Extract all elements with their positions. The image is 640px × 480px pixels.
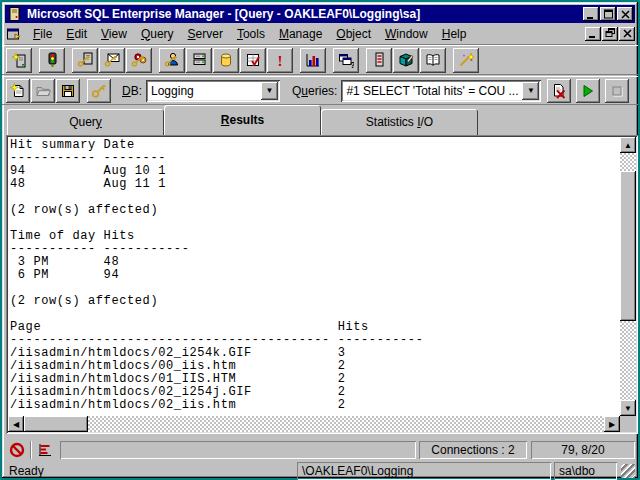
chevron-down-icon[interactable]: ▼	[261, 82, 278, 100]
query-window-icon[interactable]	[6, 26, 24, 42]
scroll-up-icon[interactable]: ▲	[620, 137, 636, 153]
status-bar: Ready \OAKLEAF0\Logging sa\dbo	[5, 462, 635, 479]
books-online-button[interactable]	[420, 48, 446, 73]
query-check-icon	[245, 52, 261, 68]
svg-text:!: !	[278, 53, 283, 69]
results-vscrollbar[interactable]: ▲ ▼	[620, 137, 636, 416]
tab-query[interactable]: Query	[7, 109, 164, 135]
divider	[30, 441, 32, 459]
app-icon	[7, 6, 23, 22]
person-key-icon	[164, 52, 180, 68]
book-open-icon	[425, 52, 441, 68]
sql-mail-button[interactable]	[99, 48, 125, 73]
svg-text:?: ?	[350, 60, 354, 69]
menu-query[interactable]: Query	[134, 25, 181, 43]
menu-object[interactable]: Object	[329, 25, 378, 43]
server-options-button[interactable]	[126, 48, 152, 73]
cancel-query-button[interactable]	[605, 79, 629, 103]
main-toolbar: !?	[2, 45, 638, 75]
book-pen-icon	[398, 52, 414, 68]
db-label: DB:	[122, 84, 142, 98]
database-devices-button[interactable]	[186, 48, 212, 73]
connections-panel: Connections : 2	[419, 441, 527, 459]
remove-query-button[interactable]	[547, 79, 571, 103]
manage-logins-button[interactable]	[159, 48, 185, 73]
performance-monitor-button[interactable]	[300, 48, 326, 73]
play-icon	[580, 83, 596, 99]
new-page-icon	[10, 83, 26, 99]
open-query-button[interactable]	[31, 79, 55, 103]
menu-manage[interactable]: Manage	[272, 25, 329, 43]
mail-key-icon	[104, 52, 120, 68]
open-folder-icon	[35, 83, 51, 99]
title-bar[interactable]: Microsoft SQL Enterprise Manager - [Quer…	[5, 5, 635, 23]
service-manager-button[interactable]	[39, 48, 65, 73]
queries-combobox-value: #1 SELECT 'Total hits' = COU ...	[341, 84, 522, 98]
scrollbar-corner	[620, 416, 636, 432]
hscroll-thumb[interactable]	[24, 416, 88, 432]
query-tool-button[interactable]	[240, 48, 266, 73]
key-icon	[91, 83, 107, 99]
desktop: { "window": { "title": "Microsoft SQL En…	[0, 0, 640, 480]
traffic-light-icon	[44, 52, 60, 68]
scroll-down-icon[interactable]: ▼	[620, 400, 636, 416]
mdi-close-button[interactable]	[619, 27, 635, 41]
execute-query-button[interactable]	[576, 79, 600, 103]
new-query-button[interactable]	[6, 79, 30, 103]
tab-label: Statistics I/O	[366, 115, 433, 129]
write-docs-button[interactable]	[393, 48, 419, 73]
gears-key-icon	[131, 52, 147, 68]
help-button[interactable]: ?	[333, 48, 359, 73]
alerts-button[interactable]: !	[267, 48, 293, 73]
server-key-icon	[77, 52, 93, 68]
tab-results[interactable]: Results	[164, 105, 321, 135]
cancel-indicator-icon	[5, 440, 29, 460]
status-ready-text: Ready	[5, 464, 297, 478]
save-query-button[interactable]	[56, 79, 80, 103]
queries-label: Queries:	[292, 84, 337, 98]
tab-statistics-i-o[interactable]: Statistics I/O	[321, 109, 478, 135]
query-toolbar: DB: Logging ▼ Queries: #1 SELECT 'Total …	[2, 76, 638, 105]
tab-strip: QueryResultsStatistics I/O	[4, 105, 636, 135]
server-database-panel: \OAKLEAF0\Logging	[297, 462, 551, 480]
queries-combobox[interactable]: #1 SELECT 'Total hits' = COU ... ▼	[341, 80, 541, 102]
chevron-down-icon[interactable]: ▼	[522, 82, 539, 100]
close-button[interactable]	[617, 7, 633, 21]
menu-help[interactable]: Help	[435, 25, 474, 43]
mdi-minimize-button[interactable]	[585, 27, 601, 41]
minimize-button[interactable]	[583, 7, 599, 21]
mdi-restore-button[interactable]	[602, 27, 618, 41]
menu-tools[interactable]: Tools	[230, 25, 272, 43]
cursor-position-panel: 79, 8/20	[531, 441, 635, 459]
tab-label: Query	[69, 115, 102, 129]
db-combobox[interactable]: Logging ▼	[146, 80, 280, 102]
db-combobox-value: Logging	[146, 84, 261, 98]
vscroll-thumb[interactable]	[620, 171, 636, 321]
database-icon	[218, 52, 234, 68]
scroll-right-icon[interactable]: ▶	[604, 416, 620, 432]
results-output[interactable]: Hit summary Date ----------- -------- 94…	[10, 139, 618, 414]
maximize-button[interactable]	[600, 7, 616, 21]
server-new-icon	[11, 52, 27, 68]
menu-file[interactable]: File	[26, 25, 59, 43]
save-icon	[60, 83, 76, 99]
stop-icon	[609, 83, 625, 99]
databases-button[interactable]	[213, 48, 239, 73]
resize-grip[interactable]	[621, 464, 635, 478]
query-options-button[interactable]	[87, 79, 111, 103]
status-message-panel	[60, 441, 416, 459]
server-manager-button[interactable]	[366, 48, 392, 73]
menu-window[interactable]: Window	[378, 25, 435, 43]
wizard-button[interactable]	[453, 48, 479, 73]
menu-view[interactable]: View	[94, 25, 134, 43]
menu-edit[interactable]: Edit	[59, 25, 94, 43]
remove-query-icon	[551, 83, 567, 99]
scroll-left-icon[interactable]: ◀	[8, 416, 24, 432]
remote-servers-button[interactable]	[72, 48, 98, 73]
results-hscrollbar[interactable]: ◀ ▶	[8, 416, 620, 432]
tab-label: Results	[221, 113, 264, 127]
menu-items: FileEditViewQueryServerToolsManageObject…	[26, 25, 584, 43]
register-server-button[interactable]	[6, 48, 32, 73]
menu-server[interactable]: Server	[181, 25, 230, 43]
results-pane: Hit summary Date ----------- -------- 94…	[6, 135, 638, 434]
